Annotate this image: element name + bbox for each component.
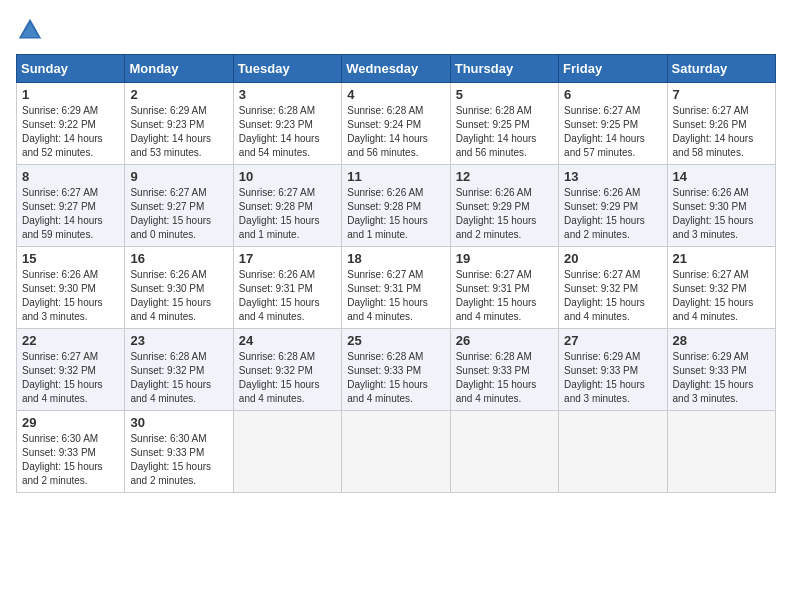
calendar-cell: 1 Sunrise: 6:29 AM Sunset: 9:22 PM Dayli… bbox=[17, 83, 125, 165]
sunrise-text: Sunrise: 6:27 AM bbox=[673, 105, 749, 116]
cell-info: Sunrise: 6:27 AM Sunset: 9:32 PM Dayligh… bbox=[564, 268, 661, 324]
day-number: 15 bbox=[22, 251, 119, 266]
day-number: 30 bbox=[130, 415, 227, 430]
cell-info: Sunrise: 6:30 AM Sunset: 9:33 PM Dayligh… bbox=[22, 432, 119, 488]
sunset-text: Sunset: 9:33 PM bbox=[347, 365, 421, 376]
day-number: 29 bbox=[22, 415, 119, 430]
cell-info: Sunrise: 6:26 AM Sunset: 9:30 PM Dayligh… bbox=[673, 186, 770, 242]
daylight-text: Daylight: 15 hours and 4 minutes. bbox=[239, 379, 320, 404]
sunset-text: Sunset: 9:32 PM bbox=[564, 283, 638, 294]
daylight-text: Daylight: 15 hours and 4 minutes. bbox=[456, 297, 537, 322]
daylight-text: Daylight: 15 hours and 4 minutes. bbox=[673, 297, 754, 322]
calendar-cell: 28 Sunrise: 6:29 AM Sunset: 9:33 PM Dayl… bbox=[667, 329, 775, 411]
day-number: 8 bbox=[22, 169, 119, 184]
sunset-text: Sunset: 9:30 PM bbox=[22, 283, 96, 294]
cell-info: Sunrise: 6:28 AM Sunset: 9:32 PM Dayligh… bbox=[130, 350, 227, 406]
calendar-cell: 18 Sunrise: 6:27 AM Sunset: 9:31 PM Dayl… bbox=[342, 247, 450, 329]
cell-info: Sunrise: 6:27 AM Sunset: 9:32 PM Dayligh… bbox=[22, 350, 119, 406]
cell-info: Sunrise: 6:27 AM Sunset: 9:28 PM Dayligh… bbox=[239, 186, 336, 242]
sunset-text: Sunset: 9:23 PM bbox=[239, 119, 313, 130]
daylight-text: Daylight: 15 hours and 4 minutes. bbox=[130, 379, 211, 404]
sunrise-text: Sunrise: 6:27 AM bbox=[564, 269, 640, 280]
day-number: 20 bbox=[564, 251, 661, 266]
sunset-text: Sunset: 9:30 PM bbox=[673, 201, 747, 212]
sunrise-text: Sunrise: 6:29 AM bbox=[130, 105, 206, 116]
day-number: 11 bbox=[347, 169, 444, 184]
calendar-cell: 26 Sunrise: 6:28 AM Sunset: 9:33 PM Dayl… bbox=[450, 329, 558, 411]
day-number: 1 bbox=[22, 87, 119, 102]
cell-info: Sunrise: 6:28 AM Sunset: 9:23 PM Dayligh… bbox=[239, 104, 336, 160]
daylight-text: Daylight: 15 hours and 4 minutes. bbox=[347, 297, 428, 322]
daylight-text: Daylight: 15 hours and 3 minutes. bbox=[22, 297, 103, 322]
sunset-text: Sunset: 9:30 PM bbox=[130, 283, 204, 294]
sunrise-text: Sunrise: 6:26 AM bbox=[130, 269, 206, 280]
sunset-text: Sunset: 9:32 PM bbox=[130, 365, 204, 376]
calendar-cell: 16 Sunrise: 6:26 AM Sunset: 9:30 PM Dayl… bbox=[125, 247, 233, 329]
sunset-text: Sunset: 9:32 PM bbox=[239, 365, 313, 376]
sunset-text: Sunset: 9:24 PM bbox=[347, 119, 421, 130]
calendar-cell: 30 Sunrise: 6:30 AM Sunset: 9:33 PM Dayl… bbox=[125, 411, 233, 493]
calendar-cell: 7 Sunrise: 6:27 AM Sunset: 9:26 PM Dayli… bbox=[667, 83, 775, 165]
day-number: 10 bbox=[239, 169, 336, 184]
sunset-text: Sunset: 9:26 PM bbox=[673, 119, 747, 130]
daylight-text: Daylight: 15 hours and 1 minute. bbox=[239, 215, 320, 240]
cell-info: Sunrise: 6:27 AM Sunset: 9:26 PM Dayligh… bbox=[673, 104, 770, 160]
sunrise-text: Sunrise: 6:28 AM bbox=[239, 105, 315, 116]
calendar-cell bbox=[233, 411, 341, 493]
logo-icon bbox=[16, 16, 44, 44]
daylight-text: Daylight: 15 hours and 4 minutes. bbox=[239, 297, 320, 322]
calendar-cell: 21 Sunrise: 6:27 AM Sunset: 9:32 PM Dayl… bbox=[667, 247, 775, 329]
sunrise-text: Sunrise: 6:29 AM bbox=[22, 105, 98, 116]
cell-info: Sunrise: 6:26 AM Sunset: 9:30 PM Dayligh… bbox=[130, 268, 227, 324]
sunrise-text: Sunrise: 6:26 AM bbox=[239, 269, 315, 280]
calendar-week-row: 22 Sunrise: 6:27 AM Sunset: 9:32 PM Dayl… bbox=[17, 329, 776, 411]
sunrise-text: Sunrise: 6:27 AM bbox=[22, 187, 98, 198]
calendar-table: SundayMondayTuesdayWednesdayThursdayFrid… bbox=[16, 54, 776, 493]
sunset-text: Sunset: 9:25 PM bbox=[456, 119, 530, 130]
sunset-text: Sunset: 9:28 PM bbox=[239, 201, 313, 212]
calendar-cell: 9 Sunrise: 6:27 AM Sunset: 9:27 PM Dayli… bbox=[125, 165, 233, 247]
day-number: 28 bbox=[673, 333, 770, 348]
day-number: 18 bbox=[347, 251, 444, 266]
sunrise-text: Sunrise: 6:27 AM bbox=[130, 187, 206, 198]
calendar-cell: 22 Sunrise: 6:27 AM Sunset: 9:32 PM Dayl… bbox=[17, 329, 125, 411]
calendar-cell: 27 Sunrise: 6:29 AM Sunset: 9:33 PM Dayl… bbox=[559, 329, 667, 411]
calendar-cell: 15 Sunrise: 6:26 AM Sunset: 9:30 PM Dayl… bbox=[17, 247, 125, 329]
calendar-week-row: 15 Sunrise: 6:26 AM Sunset: 9:30 PM Dayl… bbox=[17, 247, 776, 329]
day-number: 22 bbox=[22, 333, 119, 348]
logo bbox=[16, 16, 48, 44]
sunrise-text: Sunrise: 6:27 AM bbox=[456, 269, 532, 280]
sunset-text: Sunset: 9:33 PM bbox=[564, 365, 638, 376]
weekday-header: Saturday bbox=[667, 55, 775, 83]
cell-info: Sunrise: 6:27 AM Sunset: 9:27 PM Dayligh… bbox=[130, 186, 227, 242]
calendar-cell bbox=[450, 411, 558, 493]
calendar-cell: 5 Sunrise: 6:28 AM Sunset: 9:25 PM Dayli… bbox=[450, 83, 558, 165]
calendar-cell: 23 Sunrise: 6:28 AM Sunset: 9:32 PM Dayl… bbox=[125, 329, 233, 411]
daylight-text: Daylight: 14 hours and 56 minutes. bbox=[347, 133, 428, 158]
daylight-text: Daylight: 14 hours and 59 minutes. bbox=[22, 215, 103, 240]
sunrise-text: Sunrise: 6:26 AM bbox=[22, 269, 98, 280]
daylight-text: Daylight: 15 hours and 4 minutes. bbox=[130, 297, 211, 322]
calendar-cell: 8 Sunrise: 6:27 AM Sunset: 9:27 PM Dayli… bbox=[17, 165, 125, 247]
sunrise-text: Sunrise: 6:26 AM bbox=[347, 187, 423, 198]
day-number: 16 bbox=[130, 251, 227, 266]
sunrise-text: Sunrise: 6:27 AM bbox=[239, 187, 315, 198]
day-number: 14 bbox=[673, 169, 770, 184]
day-number: 7 bbox=[673, 87, 770, 102]
day-number: 19 bbox=[456, 251, 553, 266]
day-number: 26 bbox=[456, 333, 553, 348]
daylight-text: Daylight: 14 hours and 52 minutes. bbox=[22, 133, 103, 158]
cell-info: Sunrise: 6:29 AM Sunset: 9:22 PM Dayligh… bbox=[22, 104, 119, 160]
calendar-cell: 25 Sunrise: 6:28 AM Sunset: 9:33 PM Dayl… bbox=[342, 329, 450, 411]
cell-info: Sunrise: 6:28 AM Sunset: 9:32 PM Dayligh… bbox=[239, 350, 336, 406]
weekday-header: Monday bbox=[125, 55, 233, 83]
day-number: 17 bbox=[239, 251, 336, 266]
sunset-text: Sunset: 9:31 PM bbox=[347, 283, 421, 294]
daylight-text: Daylight: 14 hours and 53 minutes. bbox=[130, 133, 211, 158]
cell-info: Sunrise: 6:28 AM Sunset: 9:24 PM Dayligh… bbox=[347, 104, 444, 160]
cell-info: Sunrise: 6:28 AM Sunset: 9:33 PM Dayligh… bbox=[456, 350, 553, 406]
sunrise-text: Sunrise: 6:26 AM bbox=[564, 187, 640, 198]
sunrise-text: Sunrise: 6:27 AM bbox=[347, 269, 423, 280]
sunset-text: Sunset: 9:27 PM bbox=[22, 201, 96, 212]
sunset-text: Sunset: 9:22 PM bbox=[22, 119, 96, 130]
